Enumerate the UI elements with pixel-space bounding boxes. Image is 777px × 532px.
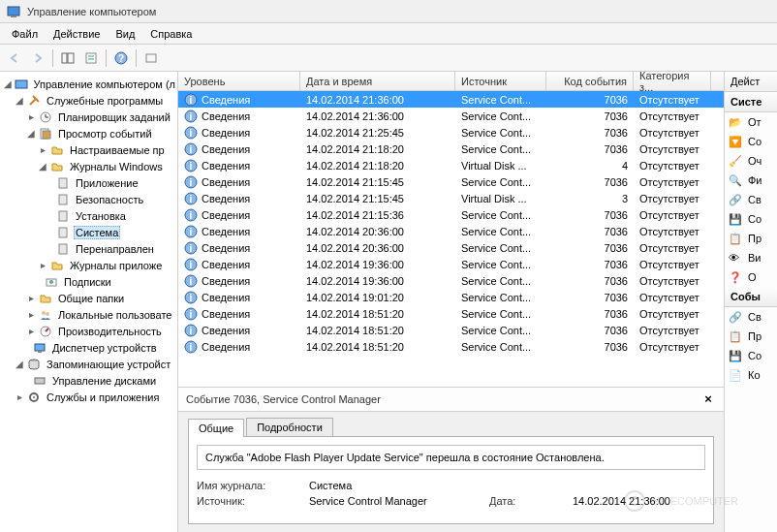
grid-row[interactable]: iСведения14.02.2014 21:18:20Virtual Disk… [178, 157, 724, 173]
info-icon: i [184, 307, 198, 321]
cell-datetime: 14.02.2014 19:36:00 [300, 275, 455, 287]
tree-storage[interactable]: ◢Запоминающие устройст [0, 356, 177, 372]
tree-log-setup[interactable]: Установка [0, 207, 177, 224]
event-grid[interactable]: Уровень Дата и время Источник Код событи… [178, 72, 724, 387]
grid-row[interactable]: iСведения14.02.2014 21:36:00Service Cont… [178, 108, 724, 124]
window-title: Управление компьютером [27, 6, 156, 17]
action-item[interactable]: 📋Пр [725, 229, 777, 248]
svg-text:i: i [190, 342, 193, 353]
action-item[interactable]: 📄Ко [725, 365, 777, 385]
col-event-id[interactable]: Код события [546, 72, 634, 90]
col-level[interactable]: Уровень [178, 72, 300, 90]
users-icon [38, 307, 53, 323]
menu-file[interactable]: Файл [4, 26, 46, 42]
cell-source: Service Cont... [455, 325, 546, 336]
tree-shared-folders[interactable]: ▸Общие папки [0, 290, 177, 306]
action-item[interactable]: 👁Ви [725, 248, 777, 267]
svg-point-22 [49, 280, 53, 284]
action-icon: 🔗 [729, 311, 744, 324]
menu-help[interactable]: Справка [142, 26, 200, 42]
action-icon: 👁 [729, 252, 744, 264]
forward-button [27, 47, 48, 69]
properties-button[interactable] [80, 47, 102, 69]
tree-custom-views[interactable]: ▸Настраиваемые пр [0, 141, 177, 158]
grid-row[interactable]: iСведения14.02.2014 18:51:20Service Cont… [178, 322, 724, 338]
cell-datetime: 14.02.2014 21:15:36 [300, 209, 455, 221]
grid-row[interactable]: iСведения14.02.2014 19:01:20Service Cont… [178, 289, 724, 305]
actions-subheader: Систе [725, 92, 777, 112]
grid-row[interactable]: iСведения14.02.2014 19:36:00Service Cont… [178, 256, 724, 272]
action-item[interactable]: 🧹Оч [725, 151, 777, 171]
help-button[interactable]: ? [110, 47, 132, 69]
action-item[interactable]: 📂От [725, 112, 777, 132]
tree-disk-mgmt[interactable]: Управление дисками [0, 372, 177, 389]
info-icon: i [184, 208, 198, 222]
grid-row[interactable]: iСведения14.02.2014 18:51:20Service Cont… [178, 338, 724, 355]
tree-windows-logs[interactable]: ◢Журналы Windows [0, 158, 177, 174]
cell-level: Сведения [202, 94, 250, 106]
close-detail-button[interactable]: × [700, 391, 716, 407]
col-category[interactable]: Категория з... [634, 72, 711, 90]
action-item[interactable]: 🔽Со [725, 132, 777, 151]
tree-log-system[interactable]: Система [0, 224, 177, 240]
grid-row[interactable]: iСведения14.02.2014 21:15:45Virtual Disk… [178, 190, 724, 206]
grid-row[interactable]: iСведения14.02.2014 21:18:20Service Cont… [178, 141, 724, 157]
console-tree[interactable]: ◢Управление компьютером (л ◢Служебные пр… [0, 72, 178, 532]
show-hide-tree-button[interactable] [57, 47, 78, 69]
action-item[interactable]: 🔗Св [725, 190, 777, 209]
tree-log-application[interactable]: Приложение [0, 174, 177, 191]
menu-view[interactable]: Вид [108, 26, 142, 42]
tree-log-security[interactable]: Безопасность [0, 191, 177, 207]
svg-text:?: ? [118, 53, 124, 64]
grid-row[interactable]: iСведения14.02.2014 20:36:00Service Cont… [178, 223, 724, 239]
col-datetime[interactable]: Дата и время [300, 72, 455, 90]
action-item[interactable]: ❓О [725, 267, 777, 287]
cell-category: Отсутствует [634, 341, 711, 353]
tab-general[interactable]: Общие [188, 419, 244, 437]
action-item[interactable]: 🔗Св [725, 307, 777, 327]
tree-log-forwarded[interactable]: Перенаправлен [0, 240, 177, 257]
tree-system-tools[interactable]: ◢Служебные программы [0, 92, 177, 109]
grid-row[interactable]: iСведения14.02.2014 20:36:00Service Cont… [178, 239, 724, 256]
tree-device-manager[interactable]: Диспетчер устройств [0, 339, 177, 356]
cell-category: Отсутствует [634, 193, 711, 204]
performance-icon [38, 324, 53, 339]
tree-subscriptions[interactable]: Подписки [0, 273, 177, 290]
svg-text:i: i [190, 177, 193, 188]
tree-services-apps[interactable]: ▸Службы и приложения [0, 389, 177, 405]
cell-level: Сведения [202, 226, 250, 237]
cell-category: Отсутствует [634, 209, 711, 221]
action-item[interactable]: 💾Со [725, 209, 777, 229]
cell-category: Отсутствует [634, 94, 711, 106]
cell-category: Отсутствует [634, 275, 711, 287]
tree-app-service-logs[interactable]: ▸Журналы приложе [0, 257, 177, 273]
grid-row[interactable]: iСведения14.02.2014 18:51:20Service Cont… [178, 305, 724, 322]
col-source[interactable]: Источник [455, 72, 546, 90]
menu-action[interactable]: Действие [46, 26, 108, 42]
svg-rect-2 [62, 53, 67, 63]
grid-row[interactable]: iСведения14.02.2014 21:25:45Service Cont… [178, 124, 724, 141]
cell-datetime: 14.02.2014 21:18:20 [300, 143, 455, 155]
action-item[interactable]: 💾Со [725, 346, 777, 365]
cell-source: Virtual Disk ... [455, 193, 546, 204]
tab-details[interactable]: Подробности [246, 418, 333, 436]
eventlog-icon [38, 126, 53, 141]
action-label: От [748, 116, 761, 128]
action-item[interactable]: 📋Пр [725, 327, 777, 346]
action-item[interactable]: 🔍Фи [725, 171, 777, 190]
grid-row[interactable]: iСведения14.02.2014 21:15:45Service Cont… [178, 173, 724, 190]
grid-row[interactable]: iСведения14.02.2014 19:36:00Service Cont… [178, 272, 724, 289]
tree-performance[interactable]: ▸Производительность [0, 323, 177, 339]
extra-button[interactable] [140, 47, 162, 69]
cell-category: Отсутствует [634, 325, 711, 336]
tree-root[interactable]: ◢Управление компьютером (л [0, 76, 177, 92]
action-icon: 🔍 [729, 174, 744, 187]
tree-event-viewer[interactable]: ◢Просмотр событий [0, 125, 177, 141]
svg-rect-0 [8, 7, 19, 16]
tree-task-scheduler[interactable]: ▸Планировщик заданий [0, 109, 177, 125]
cell-datetime: 14.02.2014 20:36:00 [300, 226, 455, 237]
tree-local-users[interactable]: ▸Локальные пользовате [0, 306, 177, 323]
grid-row[interactable]: iСведения14.02.2014 21:15:36Service Cont… [178, 206, 724, 223]
folder-icon [49, 159, 65, 174]
grid-row[interactable]: iСведения14.02.2014 21:36:00Service Cont… [178, 91, 724, 108]
